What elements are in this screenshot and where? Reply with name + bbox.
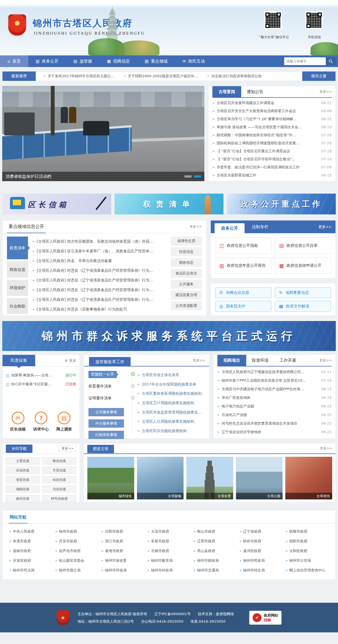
key-info-item[interactable]: »[古塔区人民政府] 对违反《辽宁省清真食品生产经营管理条例》行为...: [32, 276, 166, 284]
fgf-item[interactable]: »古塔区市场主体名录库: [138, 371, 205, 379]
shortcut-appeal-center[interactable]: ?诉求中心: [33, 412, 49, 432]
tag-housing[interactable]: 保障性住房: [171, 237, 202, 245]
ticker-item[interactable]: •关于招聘2000-2002级原古塔区户籍定向...: [124, 74, 198, 79]
tab-gov-open[interactable]: 政务公开: [215, 223, 245, 233]
opinion-item-title[interactable]: 知荣辱 树新风——古塔...: [11, 373, 63, 378]
news-title[interactable]: 【 “双百”行动】古塔区召开重点工作调度会议: [217, 149, 319, 154]
nav-item-gov-open[interactable]: ▥政务公开: [28, 55, 66, 67]
gov-site-error-report-badge[interactable]: ✔ 政府网站找错: [249, 611, 281, 625]
key-info-item[interactable]: »[古塔区人民政府] 设立清真牛羊屠宰厂（场）、清真食品生产经营单...: [32, 247, 166, 255]
news-item[interactable]: »古塔区举办学习《习近平“7.26”重要讲话精神解...08-22: [212, 115, 332, 123]
site-link[interactable]: »沈阳市政府: [101, 529, 144, 534]
street-button[interactable]: 站前街道: [42, 476, 76, 483]
opinion-item[interactable]: ◫你心目中最美“E社区服...已结束: [6, 380, 76, 389]
news-title[interactable]: 古塔区全面部署创城工作: [217, 173, 319, 178]
site-link[interactable]: »本溪市政府: [9, 539, 52, 544]
invest-more-link[interactable]: 更多>>: [319, 355, 332, 366]
site-link[interactable]: »凌河区政府: [240, 548, 283, 553]
site-link[interactable]: »黑山县政府: [194, 548, 237, 553]
news-item[interactable]: »国际机构纷纷上调我国经济增速预期彰显经济发展...07-29: [212, 139, 332, 147]
link-central-meetings[interactable]: ✆央网会议信息: [215, 287, 271, 298]
nav-item-key-areas[interactable]: ▧重点领域: [137, 55, 175, 67]
site-link[interactable]: »葫芦岛市政府: [55, 548, 98, 553]
tag-proposals[interactable]: 建议提案办理: [171, 291, 202, 299]
opinion-more-link[interactable]: ⊕更多: [65, 355, 76, 366]
key-info-text[interactable]: [古塔区人民政府] 对违反《辽宁省清真食品生产经营管理条例》行为...: [37, 288, 153, 293]
banner-power-list[interactable]: 权责清单: [115, 194, 223, 214]
key-info-more-link[interactable]: 更多>>: [190, 220, 202, 233]
fgf-button-public-service[interactable]: 公共服务事项: [88, 408, 124, 416]
tab-work-progress[interactable]: 工作开展: [274, 355, 302, 366]
search-button[interactable]: [326, 57, 336, 65]
fgf-item-title[interactable]: 2017年企业年报双随机抽查名单: [142, 382, 196, 387]
fgf-item[interactable]: »古塔区民宗办随机抽查细则: [138, 427, 205, 435]
fgf-button-admin-approval[interactable]: 行政审批事项: [88, 431, 124, 439]
site-link[interactable]: »凌海市政府: [101, 548, 144, 553]
site-link[interactable]: »锦州市国土局: [55, 568, 98, 573]
site-link[interactable]: »锦州市司法局: [9, 568, 52, 573]
banner-mayor-mailbox[interactable]: 区长信箱: [2, 194, 111, 214]
tag-finance[interactable]: 财政信息: [171, 258, 202, 267]
news-more-link[interactable]: 更多>>: [319, 86, 332, 97]
site-link[interactable]: »大连市政府: [147, 529, 190, 534]
site-link[interactable]: »丹东市政府: [55, 539, 98, 544]
news-item[interactable]: »市委常委、政法委书记刘洋一行来我区调研政法工作07-06: [212, 163, 332, 171]
fgf-item-title[interactable]: 古塔区市场监督管理局随机抽查实施细则: [142, 410, 205, 415]
news-item[interactable]: »古塔区召开发展环境建设工作调度会09-21: [212, 99, 332, 107]
tag-food-drug[interactable]: 食品药品安全: [171, 269, 202, 278]
key-info-item[interactable]: »[古塔区人民政府] 地方性宗教团体、宗教活动场所接受国（境）外捐...: [32, 237, 166, 246]
tab-invest-environment[interactable]: 投资环境: [246, 355, 274, 366]
opinion-item-title[interactable]: 你心目中最美“E社区服...: [11, 382, 63, 387]
appeal-system-banner[interactable]: 锦州市群众诉求服务系统平台正式运行: [2, 321, 336, 351]
invest-title[interactable]: 石油化工产业园: [222, 412, 319, 417]
key-info-text[interactable]: [古塔区人民政府] 跨县、市举办宗教活动备案: [37, 258, 112, 263]
shortcut-online-survey[interactable]: ▤网上调查: [56, 412, 72, 432]
carousel-dot-active[interactable]: [194, 175, 201, 178]
site-link[interactable]: »锦州市民政局: [240, 558, 283, 563]
news-item[interactable]: »古塔区召开安全生产大检查再动员再部署工作会议09-06: [212, 107, 332, 115]
news-title[interactable]: 国际机构纷纷上调我国经济增速预期彰显经济发展...: [217, 141, 319, 146]
news-title[interactable]: 古塔区召开发展环境建设工作调度会: [217, 101, 319, 106]
site-link[interactable]: »锦州市政府: [55, 529, 98, 534]
site-link[interactable]: »锦州市环保局: [101, 568, 144, 573]
gov-open-catalog[interactable]: ▤政府信息公开目录: [275, 237, 331, 254]
site-link[interactable]: »太和区政府: [286, 548, 329, 553]
fgf-item-title[interactable]: 古塔区民宗办随机抽查细则: [142, 429, 187, 433]
site-link[interactable]: »锦州市经合局: [240, 568, 283, 573]
news-title[interactable]: 财经观察：中国将继续发挥全球经济“稳定器”作...: [217, 133, 319, 138]
photo-carousel[interactable]: 消费者权益保护日活动档: [2, 86, 204, 181]
site-link[interactable]: »朝阳市政府: [286, 539, 329, 544]
key-tab-environment[interactable]: 环境保护: [7, 280, 28, 296]
gov-open-guide[interactable]: ◫政府信息公开指南: [215, 237, 271, 254]
fgf-menu-double-random[interactable]: 双随机一公开: [88, 370, 132, 379]
key-info-text[interactable]: [古塔区人民政府] 对违反《辽宁省清真食品生产经营管理条例》行为...: [37, 278, 153, 283]
ticker-item[interactable]: •关于发布2017年锦州市古塔区幼儿园公...: [44, 74, 114, 79]
key-info-item[interactable]: »[古塔区人民政府] 对违反《宗教事物条例》行为的处罚: [32, 305, 166, 314]
invest-title[interactable]: 华光厂区改造地块: [222, 395, 319, 400]
leaders-window-button[interactable]: 领导之窗: [302, 71, 336, 81]
search-input[interactable]: [284, 57, 326, 65]
news-item[interactable]: »古塔区全面部署创城工作06-15: [212, 171, 332, 179]
key-info-text[interactable]: [古塔区人民政府] 对违反《宗教事物条例》行为的处罚: [37, 307, 127, 312]
site-link[interactable]: »松山新区管委会: [55, 558, 98, 563]
key-info-item[interactable]: »[古塔区人民政府] 跨县、市举办宗教活动备案: [32, 257, 166, 265]
site-link[interactable]: »抚顺市政府: [286, 529, 329, 534]
site-link[interactable]: »辽宁省政府: [240, 529, 283, 534]
news-item[interactable]: »财经观察：中国将继续发挥全球经济“稳定器”作...07-29: [212, 131, 332, 139]
fgf-item-title[interactable]: 古塔区市场主体名录库: [142, 373, 179, 378]
gallery-photo[interactable]: 古塔全景: [186, 457, 233, 499]
invest-item[interactable]: »辽宁省农业经济学校地块06-25: [217, 428, 332, 436]
site-link[interactable]: »中央人民政府: [9, 529, 52, 534]
fgf-item[interactable]: »古塔区人社局随机抽查实施细则: [138, 417, 205, 426]
invest-title[interactable]: 古塔区与中庆建设电子电力信息产业园PPP合作项...: [222, 387, 319, 392]
invest-item[interactable]: »电子电力信息产业园06-25: [217, 402, 332, 410]
fgf-item[interactable]: »2017年企业年报双随机抽查名单: [138, 380, 205, 389]
invest-item[interactable]: »华光厂区改造地块06-25: [217, 394, 332, 402]
shortcut-mayor-mailbox[interactable]: ✉区长信箱: [10, 412, 26, 432]
site-link[interactable]: »北镇市政府: [147, 548, 190, 553]
key-tab-social-aid[interactable]: 社会救助: [7, 298, 28, 314]
tag-public-service[interactable]: 公共服务: [171, 280, 202, 289]
gallery-photo[interactable]: 城市绿化: [87, 457, 134, 499]
gov-open-more-link[interactable]: 更多>>: [318, 220, 332, 233]
gallery-more-link[interactable]: 更多>>: [320, 446, 332, 451]
